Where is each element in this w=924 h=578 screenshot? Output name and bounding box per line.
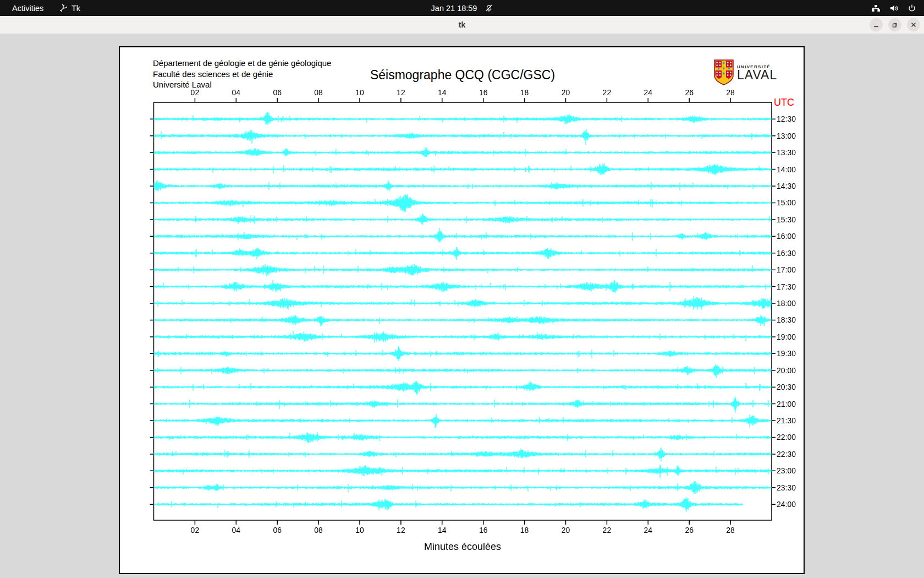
activities-label: Activities (12, 4, 43, 13)
x-tick-label-top: 02 (183, 88, 207, 97)
maximize-icon (892, 21, 898, 28)
x-tick-label-bottom: 10 (348, 526, 372, 535)
row-time-label: 13:00 (777, 132, 796, 140)
row-time-label: 12:30 (777, 114, 796, 123)
x-tick-label-top: 10 (348, 88, 372, 97)
gnome-topbar: Activities Tk Jan 21 18:59 (0, 0, 924, 16)
x-tick-label-bottom: 18 (513, 526, 537, 535)
row-time-label: 18:00 (777, 299, 796, 308)
x-tick-label-top: 06 (265, 88, 289, 97)
x-axis-title: Minutes écoulées (153, 541, 772, 553)
row-time-label: 22:00 (777, 433, 796, 441)
window-title: tk (0, 16, 924, 34)
row-time-label: 15:30 (777, 215, 796, 224)
close-icon (910, 21, 917, 28)
power-icon (908, 4, 916, 13)
x-tick-label-top: 22 (595, 88, 619, 97)
clock-button[interactable]: Jan 21 18:59 (431, 0, 493, 16)
x-tick-label-bottom: 28 (718, 526, 743, 535)
row-time-label: 20:00 (777, 366, 796, 375)
x-tick-label-bottom: 20 (554, 526, 578, 535)
app-content: Département de géologie et de génie géol… (0, 35, 924, 578)
tk-app-menu[interactable]: Tk (59, 0, 80, 16)
tk-app-icon (59, 4, 68, 12)
x-tick-label-bottom: 14 (430, 526, 454, 535)
row-time-label: 19:30 (777, 349, 796, 358)
x-tick-label-bottom: 12 (389, 526, 413, 535)
row-time-label: 24:00 (777, 500, 796, 509)
row-time-label: 16:30 (777, 249, 796, 258)
x-tick-label-bottom: 22 (595, 526, 619, 535)
close-button[interactable] (907, 18, 920, 31)
seismograph-plot (120, 47, 806, 575)
row-time-label: 20:30 (777, 383, 796, 391)
notifications-off-icon (485, 4, 493, 12)
row-time-label: 19:00 (777, 332, 796, 341)
x-tick-label-top: 08 (306, 88, 331, 97)
network-icon (871, 4, 881, 13)
x-tick-label-top: 14 (430, 88, 454, 97)
x-tick-label-top: 24 (636, 88, 660, 97)
x-tick-label-top: 04 (224, 88, 248, 97)
row-time-label: 16:00 (777, 232, 796, 241)
tk-app-label: Tk (72, 4, 80, 13)
screen: Activities Tk Jan 21 18:59 (0, 0, 924, 578)
row-time-label: 15:00 (777, 198, 796, 207)
x-tick-label-bottom: 06 (265, 526, 289, 535)
row-time-label: 17:00 (777, 265, 796, 274)
row-time-label: 22:30 (777, 450, 796, 459)
activities-button[interactable]: Activities (12, 0, 43, 16)
x-tick-label-top: 20 (554, 88, 578, 97)
x-tick-label-bottom: 08 (306, 526, 331, 535)
x-tick-label-top: 18 (513, 88, 537, 97)
row-time-label: 14:00 (777, 165, 796, 174)
row-time-label: 21:30 (777, 416, 796, 425)
row-time-label: 21:00 (777, 400, 796, 408)
x-tick-label-top: 16 (471, 88, 496, 97)
system-menu[interactable] (871, 0, 916, 16)
window-controls (870, 18, 920, 31)
x-tick-label-bottom: 26 (677, 526, 701, 535)
row-time-label: 23:30 (777, 483, 796, 492)
minimize-button[interactable] (870, 18, 883, 31)
row-time-label: 14:30 (777, 182, 796, 190)
x-tick-label-bottom: 04 (224, 526, 248, 535)
minimize-icon (873, 21, 879, 28)
row-time-label: 17:30 (777, 282, 796, 291)
window-titlebar: tk (0, 16, 924, 34)
maximize-button[interactable] (888, 18, 901, 31)
x-tick-label-bottom: 02 (183, 526, 207, 535)
row-time-label: 13:30 (777, 148, 796, 157)
volume-icon (889, 4, 899, 13)
x-tick-label-top: 28 (718, 88, 743, 97)
seismograph-canvas: Département de géologie et de génie géol… (119, 46, 805, 574)
x-tick-label-bottom: 24 (636, 526, 660, 535)
clock-label: Jan 21 18:59 (431, 4, 477, 13)
x-tick-label-bottom: 16 (471, 526, 496, 535)
x-tick-label-top: 12 (389, 88, 413, 97)
row-time-label: 18:30 (777, 315, 796, 324)
x-tick-label-top: 26 (677, 88, 701, 97)
row-time-label: 23:00 (777, 466, 796, 475)
